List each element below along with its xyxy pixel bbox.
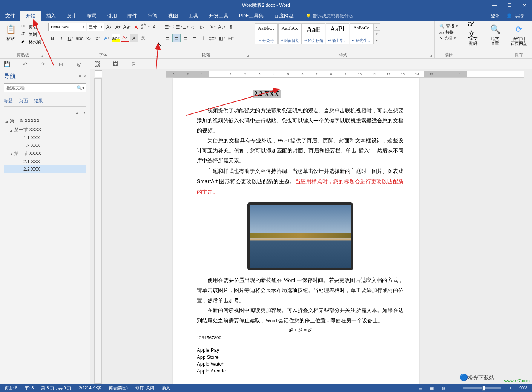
vertical-ruler[interactable]: L bbox=[94, 78, 102, 384]
justify-button[interactable]: ≣ bbox=[190, 34, 199, 42]
numbering-button[interactable]: ⋮☰ bbox=[172, 23, 181, 31]
paragraph-launcher-icon[interactable]: ◢ bbox=[246, 54, 249, 58]
copy-button[interactable]: ⿻复制 bbox=[20, 31, 42, 38]
tree-node-22[interactable]: 2.2 XXX bbox=[4, 165, 86, 173]
doc-formula[interactable]: a² + b² = c² bbox=[197, 327, 403, 333]
tree-node-11[interactable]: 1.1 XXX bbox=[4, 134, 86, 142]
tab-view[interactable]: 视图 bbox=[163, 11, 183, 21]
status-insert[interactable]: 插入 bbox=[160, 385, 172, 391]
chevron-down-icon[interactable]: ▾ bbox=[374, 31, 380, 37]
char-border-button[interactable]: A bbox=[150, 23, 158, 31]
search-icon[interactable]: 🔍▾ bbox=[75, 84, 86, 92]
search-input[interactable] bbox=[4, 84, 75, 92]
increase-indent-button[interactable]: ▷≡ bbox=[199, 23, 208, 31]
clear-format-button[interactable]: A bbox=[132, 23, 140, 31]
bullets-button[interactable]: ☰ bbox=[163, 23, 172, 31]
qat-icon-5[interactable]: ◎ bbox=[75, 60, 83, 68]
underline-button[interactable]: U bbox=[66, 34, 75, 42]
paste-button[interactable]: 📋 粘贴 bbox=[2, 23, 19, 42]
doc-paragraph-1[interactable]: 视频提供了功能强大的方法帮助您证明您的观点。当您单击联机视频时，可以在想要添加的… bbox=[197, 106, 403, 136]
doc-heading[interactable]: 2.2 XXX bbox=[253, 90, 281, 98]
text-effect-button[interactable]: A bbox=[103, 34, 111, 42]
decrease-indent-button[interactable]: ◁≡ bbox=[190, 23, 199, 31]
highlight-button[interactable]: ab bbox=[112, 34, 120, 42]
close-icon[interactable]: ✕ bbox=[517, 0, 532, 11]
sort-button[interactable]: A↓ bbox=[218, 23, 226, 31]
document-page[interactable]: 2.2 XXX 视频提供了功能强大的方法帮助您证明您的观点。当您单击联机视频时，… bbox=[173, 78, 419, 384]
tab-baidu[interactable]: 百度网盘 bbox=[269, 11, 299, 21]
zoom-in-icon[interactable]: + bbox=[508, 386, 513, 390]
tab-review[interactable]: 审阅 bbox=[143, 11, 163, 21]
char-shading-button[interactable]: A bbox=[130, 34, 138, 42]
tab-design[interactable]: 设计 bbox=[61, 11, 81, 21]
tab-references[interactable]: 引用 bbox=[102, 11, 122, 21]
font-color-button[interactable]: A bbox=[121, 34, 129, 42]
superscript-button[interactable]: x² bbox=[94, 34, 102, 42]
phonetic-button[interactable]: wénA bbox=[141, 23, 149, 31]
tree-node-section2[interactable]: ◢第二节 XXXX bbox=[4, 149, 86, 158]
tab-developer[interactable]: 开发工具 bbox=[204, 11, 234, 21]
view-print-icon[interactable]: ▦ bbox=[428, 386, 435, 390]
tab-insert[interactable]: 插入 bbox=[41, 11, 61, 21]
show-marks-button[interactable]: ¶ bbox=[227, 23, 235, 31]
tab-home[interactable]: 开始 bbox=[20, 11, 41, 21]
asian-layout-button[interactable]: ✕ bbox=[209, 23, 217, 31]
tell-me-box[interactable]: 告诉我您想要做什么... bbox=[299, 11, 357, 21]
doc-paragraph-4[interactable]: 使用在需要位置出现的新按钮在 Word 中保存时间。若要更改图片适应文档的方式，… bbox=[197, 276, 403, 306]
zoom-value[interactable]: 90% bbox=[518, 386, 529, 390]
align-left-button[interactable]: ≡ bbox=[163, 34, 172, 42]
translate-button[interactable]: a⁄文全文翻译 bbox=[465, 23, 482, 47]
qat-icon-7[interactable]: 🖼 bbox=[112, 60, 119, 68]
shrink-font-button[interactable]: A▾ bbox=[114, 23, 122, 31]
styles-launcher-icon[interactable]: ◢ bbox=[429, 54, 432, 58]
minimize-icon[interactable]: — bbox=[487, 0, 502, 11]
format-painter-button[interactable]: 🖌格式刷 bbox=[20, 38, 42, 45]
status-lang[interactable]: 英语(美国) bbox=[107, 385, 129, 391]
tab-tools[interactable]: 工具 bbox=[183, 11, 204, 21]
more-icon[interactable]: ▾ bbox=[374, 37, 380, 44]
redo-icon[interactable]: ↷ bbox=[39, 60, 47, 68]
style-card-2[interactable]: AaE↵ 论文标题 bbox=[302, 23, 325, 44]
horizontal-ruler[interactable]: 321 1234567891011121314 151 bbox=[166, 71, 524, 78]
nav-search[interactable]: 🔍▾ bbox=[4, 83, 86, 92]
chevron-up-icon[interactable]: ▴ bbox=[374, 24, 380, 31]
style-card-4[interactable]: AaBbCc↵ 研究生... bbox=[350, 23, 373, 44]
maximize-icon[interactable]: ☐ bbox=[502, 0, 517, 11]
tab-file[interactable]: 文件 bbox=[0, 11, 20, 21]
tab-layout[interactable]: 布局 bbox=[81, 11, 102, 21]
status-extra-icon[interactable]: ⚏ bbox=[176, 386, 183, 390]
paper-check-button[interactable]: 🔍论文查重 bbox=[487, 23, 503, 47]
doc-numbers[interactable]: 1234567890 bbox=[197, 335, 403, 341]
qat-icon-6[interactable]: ⿴ bbox=[94, 60, 101, 68]
doc-paragraph-5[interactable]: 在新的阅读视图中阅读更加容易。可以折叠文档某些部分并关注所需文本。如果在达到结尾… bbox=[197, 306, 403, 326]
status-section[interactable]: 节: 3 bbox=[23, 385, 35, 391]
doc-image[interactable] bbox=[247, 202, 353, 270]
find-button[interactable]: 🔍查找 ▾ bbox=[438, 23, 459, 29]
nav-tab-headings[interactable]: 标题 bbox=[4, 96, 13, 106]
qat-icon-8[interactable]: ⎘ bbox=[130, 60, 137, 68]
ribbon-options-icon[interactable]: ▭ bbox=[472, 0, 487, 11]
style-card-3[interactable]: AaBl↵ 硕士学... bbox=[326, 23, 349, 44]
view-read-icon[interactable]: ▤ bbox=[417, 386, 424, 390]
change-case-button[interactable]: Aa bbox=[123, 23, 131, 31]
nav-tab-results[interactable]: 结果 bbox=[34, 96, 43, 106]
doc-apple-list[interactable]: Apple Pay App Store Apple Watch Apple Ar… bbox=[197, 347, 403, 374]
zoom-slider[interactable] bbox=[463, 387, 501, 389]
distribute-button[interactable]: ⫴ bbox=[199, 34, 208, 42]
login-link[interactable]: 登录 bbox=[488, 13, 502, 19]
tree-node-12[interactable]: 1.2 XXX bbox=[4, 142, 86, 149]
line-spacing-button[interactable]: ‡≡ bbox=[209, 34, 217, 42]
select-button[interactable]: ↖选择 ▾ bbox=[438, 35, 459, 41]
font-name-combo[interactable]: Times New F bbox=[48, 23, 86, 31]
font-launcher-icon[interactable]: ◢ bbox=[156, 54, 158, 58]
tree-node-chapter1[interactable]: ◢第一章 XXXXX bbox=[4, 117, 86, 126]
status-words[interactable]: 2/2214 个字 bbox=[77, 385, 103, 391]
styles-gallery-nav[interactable]: ▴▾▾ bbox=[373, 23, 380, 44]
share-button[interactable]: 👤 共享 bbox=[504, 13, 529, 19]
save-baidu-button[interactable]: ⟳保存到百度网盘 bbox=[508, 23, 529, 47]
tree-node-21[interactable]: 2.1 XXX bbox=[4, 158, 86, 165]
nav-dropdown-icon[interactable]: ▼ bbox=[78, 74, 82, 78]
enclose-char-button[interactable]: ㊛ bbox=[139, 34, 147, 42]
status-page[interactable]: 页面: 8 bbox=[3, 385, 19, 391]
align-right-button[interactable]: ≡ bbox=[181, 34, 190, 42]
